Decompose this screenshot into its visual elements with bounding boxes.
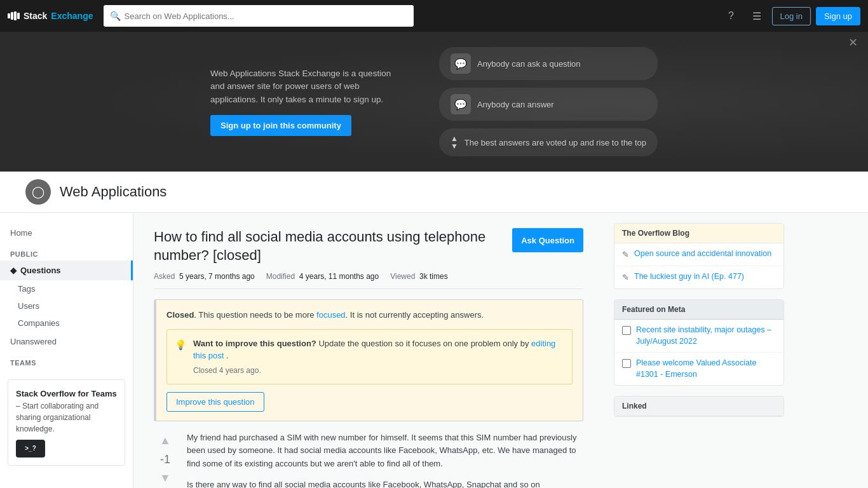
closed-note: Closed 4 years ago. [193, 365, 564, 376]
teams-logo: >_? [16, 440, 45, 458]
top-navigation: StackExchange 🔍 ? ☰ Log in Sign up [0, 0, 868, 32]
improve-heading: Want to improve this question? [193, 339, 316, 348]
logo-stack: Stack [24, 11, 47, 21]
vote-column: ▲ -1 ▼ 🔖 ↻ [154, 431, 177, 488]
meta-asked-label: Asked [154, 272, 175, 281]
body-paragraph-1: My friend had purchased a SIM with new n… [187, 431, 583, 471]
sidebar-item-questions[interactable]: ◆Questions [0, 261, 133, 280]
featured-meta-item-1: Recent site instability, major outages –… [614, 320, 783, 353]
logo-exchange: Exchange [51, 11, 93, 21]
featured-meta-link-1[interactable]: Recent site instability, major outages –… [636, 325, 776, 347]
signup-button[interactable]: Sign up [816, 7, 860, 25]
question-text: My friend had purchased a SIM with new n… [187, 431, 583, 488]
featured-meta-header: Featured on Meta [614, 300, 783, 320]
sidebar-item-users[interactable]: Users [0, 297, 133, 315]
hero-visual: 💬 Anybody can ask a question 💬 Anybody c… [439, 47, 658, 156]
sidebar-teams-box: Stack Overflow for Teams – Start collabo… [8, 379, 125, 466]
chat-icon-2: 💬 [451, 94, 471, 114]
hero-description: Web Applications Stack Exchange is a que… [210, 67, 401, 106]
meta-checkbox-1 [622, 326, 631, 335]
body-paragraph-2: Is there any way to find all social medi… [187, 478, 583, 488]
hero-bubble-ask: 💬 Anybody can ask a question [439, 47, 658, 80]
sidebar-teams-label: TEAMS [0, 351, 133, 369]
overflow-blog-link-2[interactable]: The luckiest guy in AI (Ep. 477) [634, 271, 744, 283]
inbox-icon-button[interactable]: ☰ [747, 6, 767, 26]
meta-modified-value: 4 years, 11 months ago [299, 272, 379, 281]
teams-desc: – Start collaborating and sharing organi… [16, 402, 98, 433]
meta-viewed: Viewed 3k times [390, 272, 448, 281]
overflow-blog-item-2: ✎ The luckiest guy in AI (Ep. 477) [614, 266, 783, 288]
question-header: How to find all social media accounts us… [154, 228, 583, 264]
hero-cta-button[interactable]: Sign up to join this community [210, 115, 351, 136]
question-title: How to find all social media accounts us… [154, 228, 502, 264]
meta-modified: Modified 4 years, 11 months ago [266, 272, 379, 281]
help-icon-button[interactable]: ? [721, 6, 742, 26]
improve-desc2: . [226, 351, 229, 360]
overflow-blog-widget: The Overflow Blog ✎ Open source and acci… [614, 223, 784, 289]
search-icon: 🔍 [110, 11, 121, 21]
improve-desc: Update the question so it focuses on one… [318, 339, 531, 348]
sidebar-item-companies[interactable]: Companies [0, 315, 133, 332]
question-body: ▲ -1 ▼ 🔖 ↻ My friend had purchased a SIM… [154, 431, 583, 488]
closed-notice-box: Closed. This question needs to be more f… [154, 299, 583, 421]
meta-viewed-value: 3k times [419, 272, 448, 281]
vote-text: The best answers are voted up and rise t… [465, 138, 646, 147]
meta-asked-value: 5 years, 7 months ago [179, 272, 255, 281]
chat-icon: 💬 [451, 53, 471, 74]
sidebar-item-home[interactable]: Home [0, 223, 133, 243]
sidebar-public-label: PUBLIC [0, 243, 133, 261]
overflow-blog-item-1: ✎ Open source and accidental innovation [614, 243, 783, 266]
meta-viewed-label: Viewed [390, 272, 415, 281]
right-sidebar: The Overflow Blog ✎ Open source and acci… [604, 213, 794, 488]
overflow-blog-link-1[interactable]: Open source and accidental innovation [634, 248, 771, 260]
focused-link[interactable]: focused [316, 310, 346, 320]
main-content: How to find all social media accounts us… [133, 213, 604, 488]
vote-count: -1 [160, 453, 170, 466]
featured-meta-link-2[interactable]: Please welcome Valued Associate #1301 - … [636, 358, 776, 380]
meta-asked: Asked 5 years, 7 months ago [154, 272, 255, 281]
closed-label: Closed [166, 310, 194, 320]
featured-meta-widget: Featured on Meta Recent site instability… [614, 299, 784, 386]
left-sidebar: Home PUBLIC ◆Questions Tags Users Compan… [0, 213, 133, 488]
meta-checkbox-2 [622, 359, 631, 368]
nav-actions: ? ☰ Log in Sign up [721, 6, 861, 26]
hero-text: Web Applications Stack Exchange is a que… [210, 67, 401, 136]
linked-header: Linked [614, 396, 783, 416]
hero-banner: ✕ Web Applications Stack Exchange is a q… [0, 32, 868, 172]
site-title: Web Applications [60, 184, 166, 200]
logo-icon [8, 11, 20, 20]
featured-meta-item-2: Please welcome Valued Associate #1301 - … [614, 353, 783, 385]
teams-title: Stack Overflow for Teams [16, 389, 117, 398]
sidebar-item-unanswered[interactable]: Unanswered [0, 332, 133, 351]
question-meta: Asked 5 years, 7 months ago Modified 4 y… [154, 272, 583, 289]
questions-icon: ◆ [10, 266, 17, 275]
closed-notice-text: . This question needs to be more [194, 310, 316, 320]
linked-widget: Linked [614, 396, 784, 417]
closed-suffix: . It is not currently accepting answers. [346, 310, 484, 320]
main-layout: Home PUBLIC ◆Questions Tags Users Compan… [0, 213, 868, 488]
site-header: ◯ Web Applications [0, 172, 868, 213]
bubble-ask-text: Anybody can ask a question [477, 59, 581, 69]
pencil-icon-2: ✎ [622, 272, 629, 283]
vote-arrows-icon: ▲ ▼ [451, 135, 458, 150]
vote-down-button[interactable]: ▼ [156, 469, 175, 488]
pencil-icon-1: ✎ [622, 249, 629, 261]
improve-question-button[interactable]: Improve this question [166, 392, 264, 412]
bubble-answer-text: Anybody can answer [477, 100, 554, 109]
search-input[interactable] [125, 11, 407, 21]
improve-text-area: Want to improve this question? Update th… [193, 337, 564, 376]
webapp-logo-icon: ◯ [25, 179, 51, 205]
meta-modified-label: Modified [266, 272, 295, 281]
site-logo[interactable]: StackExchange [8, 11, 93, 21]
improve-section: 💡 Want to improve this question? Update … [166, 329, 573, 384]
close-banner-button[interactable]: ✕ [848, 37, 858, 48]
sidebar-item-tags[interactable]: Tags [0, 280, 133, 297]
overflow-blog-header: The Overflow Blog [614, 224, 783, 243]
search-bar: 🔍 [104, 5, 414, 27]
vote-up-button[interactable]: ▲ [156, 431, 175, 451]
ask-question-button[interactable]: Ask Question [512, 228, 583, 252]
login-button[interactable]: Log in [772, 7, 811, 25]
hero-vote: ▲ ▼ The best answers are voted up and ri… [439, 128, 658, 156]
hero-bubble-answer: 💬 Anybody can answer [439, 88, 658, 121]
bulb-icon: 💡 [175, 338, 187, 353]
